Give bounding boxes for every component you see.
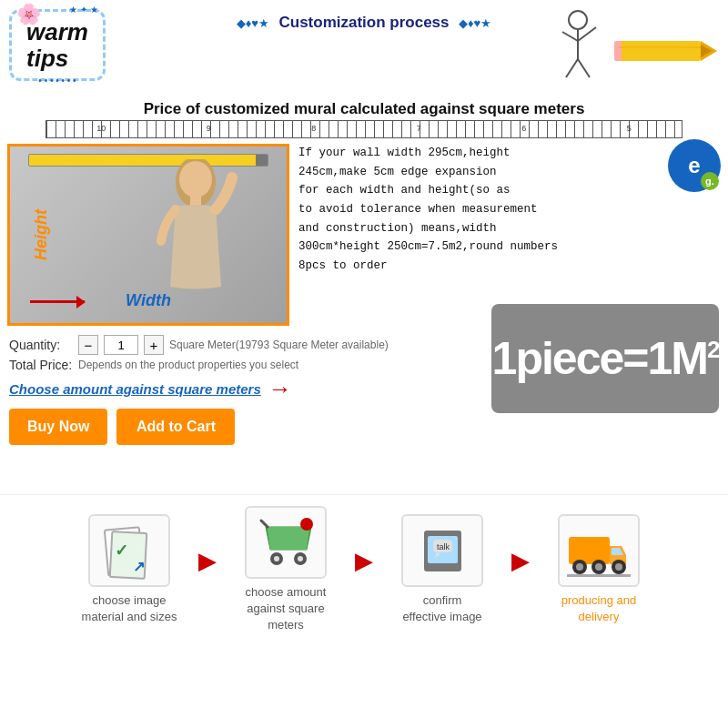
svg-rect-6 bbox=[619, 41, 701, 61]
svg-point-21 bbox=[298, 556, 303, 561]
eg-badge: e g. bbox=[668, 139, 721, 192]
truck-icon bbox=[567, 523, 631, 578]
warm-tips-box: 🌸 ★ ✦ ★ warm tips • • • • • • • bbox=[9, 9, 106, 81]
big-label-text: 1piece=1M2 bbox=[492, 332, 719, 385]
svg-line-5 bbox=[578, 59, 590, 77]
width-arrow bbox=[30, 300, 85, 303]
step-2-label: choose amount against square meters bbox=[246, 584, 327, 634]
svg-point-31 bbox=[595, 563, 602, 571]
step-3-icon-box: talk bbox=[401, 514, 483, 587]
svg-rect-8 bbox=[614, 41, 622, 61]
step-1-label: choose image material and sizes bbox=[82, 592, 177, 625]
quantity-row: Quantity: − + Square Meter(19793 Square … bbox=[9, 335, 482, 355]
step-arrow-1: ▶ bbox=[198, 547, 217, 575]
add-to-cart-button[interactable]: Add to Cart bbox=[116, 409, 235, 445]
arrow-to-label: → bbox=[268, 375, 292, 403]
main-content: Height Width If your wall width 295cm,he… bbox=[0, 138, 728, 331]
star-decoration: ★ ✦ ★ bbox=[69, 5, 98, 15]
svg-line-2 bbox=[562, 32, 578, 41]
stickman-icon bbox=[555, 9, 601, 103]
step-2: choose amount against square meters bbox=[222, 506, 349, 634]
warm-tips-label: warm tips bbox=[26, 19, 88, 71]
documents-icon: ✓ ↗ bbox=[102, 521, 157, 581]
steps-section: ✓ ↗ choose image material and sizes ▶ bbox=[0, 494, 728, 642]
deco-left: ◆♦♥★ bbox=[237, 16, 269, 30]
svg-line-4 bbox=[566, 59, 578, 77]
step-4-icon-box bbox=[558, 514, 640, 587]
quantity-plus-button[interactable]: + bbox=[144, 335, 164, 355]
step-2-icon-box bbox=[245, 506, 327, 579]
wall-image-panel: Height Width bbox=[7, 144, 289, 326]
ruler-numbers: 10 9 8 7 6 5 bbox=[46, 124, 682, 133]
text-panel: If your wall width 295cm,height 245cm,ma… bbox=[298, 144, 721, 326]
svg-text:↗: ↗ bbox=[133, 559, 145, 574]
quantity-label: Quantity: bbox=[9, 338, 73, 352]
choose-amount-row: Choose amount against square meters → bbox=[9, 375, 482, 403]
deco-right: ◆♦♥★ bbox=[459, 16, 491, 30]
svg-point-19 bbox=[274, 556, 279, 561]
price-value: Depends on the product properties you se… bbox=[78, 359, 298, 371]
choose-amount-text: Choose amount against square meters bbox=[9, 381, 261, 397]
header-area: 🌸 ★ ✦ ★ warm tips • • • • • • • ◆♦♥★ Cus… bbox=[0, 0, 728, 118]
step-arrow-2: ▶ bbox=[355, 547, 373, 575]
svg-point-22 bbox=[300, 518, 313, 531]
step-3: talk confirm effective image bbox=[379, 514, 506, 625]
height-label: Height bbox=[32, 209, 51, 260]
eg-dot: g. bbox=[701, 172, 719, 190]
phone-icon: talk bbox=[413, 521, 472, 581]
buy-now-button[interactable]: Buy Now bbox=[9, 409, 107, 445]
big-label-box: 1piece=1M2 bbox=[491, 304, 719, 413]
step-3-label: confirm effective image bbox=[402, 592, 481, 625]
quantity-input[interactable] bbox=[104, 335, 138, 355]
price-row: Total Price: Depends on the product prop… bbox=[9, 358, 482, 372]
buttons-row: Buy Now Add to Cart bbox=[9, 409, 482, 445]
quantity-info: Square Meter(19793 Square Meter availabl… bbox=[169, 339, 389, 351]
quantity-price-section: 1piece=1M2 Quantity: − + Square Meter(19… bbox=[0, 331, 728, 449]
dot-decoration: • • • • • • • bbox=[38, 76, 76, 86]
svg-point-29 bbox=[576, 563, 583, 571]
svg-rect-27 bbox=[569, 537, 610, 564]
step-4: producing and delivery bbox=[535, 514, 662, 625]
svg-rect-34 bbox=[567, 574, 631, 577]
svg-text:talk: talk bbox=[437, 542, 450, 551]
header-title-area: ◆♦♥★ Customization process ◆♦♥★ bbox=[237, 14, 492, 32]
pencil-icon bbox=[610, 5, 719, 108]
svg-text:✓: ✓ bbox=[115, 541, 128, 560]
ruler-bar: 10 9 8 7 6 5 bbox=[46, 120, 682, 138]
price-label: Total Price: bbox=[9, 358, 73, 372]
step-4-label: producing and delivery bbox=[561, 592, 636, 625]
quantity-minus-button[interactable]: − bbox=[78, 335, 98, 355]
svg-point-12 bbox=[179, 161, 212, 197]
step-1-icon-box: ✓ ↗ bbox=[88, 514, 170, 587]
cart-icon bbox=[257, 513, 316, 572]
flower-icon: 🌸 bbox=[16, 3, 41, 26]
step-1: ✓ ↗ choose image material and sizes bbox=[66, 514, 193, 625]
step-arrow-3: ▶ bbox=[511, 547, 530, 575]
width-label: Width bbox=[126, 291, 171, 310]
svg-point-0 bbox=[569, 11, 587, 29]
header-title: Customization process bbox=[278, 14, 449, 31]
svg-point-33 bbox=[615, 563, 622, 571]
example-text: If your wall width 295cm,height 245cm,ma… bbox=[298, 144, 662, 275]
